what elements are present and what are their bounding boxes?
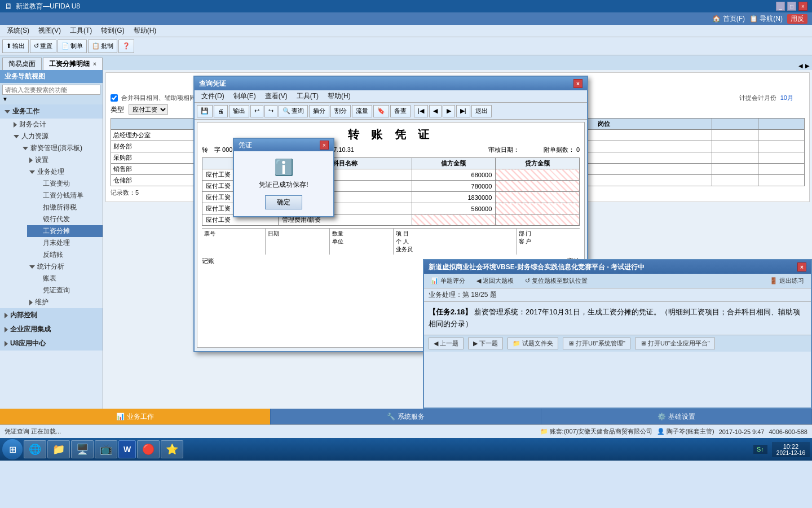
- query-menu-tools[interactable]: 工具(T): [292, 90, 323, 102]
- sidebar-item-reverse[interactable]: 反结账: [27, 249, 103, 261]
- guide-nav[interactable]: 📋 导航(N): [749, 14, 783, 24]
- help-button[interactable]: ❓: [118, 40, 134, 53]
- home-nav[interactable]: 🏠 首页(F): [712, 14, 745, 24]
- query-toolbar-save[interactable]: 💾: [197, 105, 213, 117]
- sidebar-group-hr[interactable]: 人力资源: [5, 130, 103, 142]
- sidebar-group-maintain[interactable]: 维护: [20, 296, 103, 308]
- sidebar-section-enterprise[interactable]: 企业应用集成: [0, 322, 103, 336]
- menu-system[interactable]: 系统(S): [2, 25, 34, 37]
- menu-tools[interactable]: 工具(T): [65, 25, 96, 37]
- sidebar-section-internal[interactable]: 内部控制: [0, 308, 103, 322]
- tab-scroll-right[interactable]: ▶: [805, 63, 810, 69]
- sidebar-search-input[interactable]: [2, 85, 100, 95]
- query-close-icon[interactable]: ×: [573, 79, 582, 88]
- alert-confirm-button[interactable]: 确定: [265, 195, 302, 209]
- export-button[interactable]: ⬆输出: [2, 40, 29, 53]
- tab-simple-desktop[interactable]: 简易桌面: [2, 58, 42, 70]
- taskbar-clock: 10:22 2021-12-16: [772, 442, 810, 457]
- query-toolbar-print[interactable]: 🖨: [214, 105, 228, 117]
- task-open-mgmt-button[interactable]: 🖥打开U8"系统管理": [563, 338, 630, 349]
- menu-bar: 系统(S) 视图(V) 工具(T) 转到(G) 帮助(H): [0, 25, 812, 37]
- close-button[interactable]: ×: [798, 2, 807, 11]
- query-toolbar-check[interactable]: 🔖: [373, 105, 389, 117]
- sidebar-item-wage-alloc[interactable]: 工资分摊: [27, 225, 103, 237]
- sidebar-group-settings[interactable]: 设置: [20, 154, 103, 166]
- taskbar-app-monitor[interactable]: 🖥️: [71, 440, 94, 458]
- expand-icon: [23, 147, 28, 150]
- task-close-icon[interactable]: ×: [797, 262, 806, 271]
- tab-scroll-left[interactable]: ◀: [798, 63, 803, 69]
- alert-close-icon[interactable]: ×: [320, 141, 329, 150]
- nav-basic[interactable]: ⚙️ 基础设置: [541, 409, 812, 424]
- menu-help[interactable]: 帮助(H): [129, 25, 161, 37]
- query-toolbar-undo[interactable]: ↩: [250, 105, 263, 117]
- query-toolbar: 💾 🖨 输出 ↩ ↪ 🔍查询 插分 割分 流量 �: [195, 103, 587, 120]
- first-voucher-button[interactable]: |◀: [414, 105, 428, 117]
- nav-system[interactable]: 🔧 系统服务: [271, 409, 541, 424]
- task-prev-button[interactable]: ◀上一题: [429, 338, 464, 349]
- next-voucher-button[interactable]: ▶: [443, 105, 455, 117]
- expand-icon: [14, 122, 17, 128]
- taskbar-app-media[interactable]: 📺: [95, 440, 117, 458]
- make-voucher-button[interactable]: 📄制单: [58, 40, 87, 53]
- task-open-platform-button[interactable]: 🖥打开U8"企业应用平台": [635, 338, 715, 349]
- sidebar-search-area: ▼: [0, 83, 103, 104]
- sidebar-item-voucher-query[interactable]: 凭证查询: [27, 284, 103, 296]
- query-menu-view[interactable]: 查看(V): [261, 90, 292, 102]
- menu-goto[interactable]: 转到(G): [96, 25, 129, 37]
- prev-voucher-button[interactable]: ◀: [429, 105, 442, 117]
- sidebar-item-tax[interactable]: 扣缴所得税: [27, 202, 103, 213]
- voucher-footer-num: 票号: [202, 229, 266, 255]
- task-reset-button[interactable]: ↺复位题板至默认位置: [520, 275, 592, 286]
- query-toolbar-exit[interactable]: 退出: [471, 105, 492, 117]
- type-select[interactable]: 应付工资: [129, 104, 168, 115]
- minimize-button[interactable]: _: [776, 2, 785, 11]
- sidebar-item-wage-list[interactable]: 工资分钱清单: [27, 190, 103, 202]
- maximize-button[interactable]: □: [787, 2, 796, 11]
- sidebar-group-analysis[interactable]: 统计分析: [20, 261, 103, 273]
- menu-view[interactable]: 视图(V): [34, 25, 65, 37]
- start-button[interactable]: ⊞: [2, 439, 23, 459]
- task-exit-button[interactable]: 🚪退出练习: [765, 275, 809, 286]
- task-folder-button[interactable]: 📁试题文件夹: [508, 338, 558, 349]
- sidebar-section-business[interactable]: 业务工作: [0, 104, 103, 119]
- taskbar-app-word[interactable]: W: [118, 440, 136, 458]
- query-toolbar-insert[interactable]: 插分: [309, 105, 329, 117]
- tab-wage-detail[interactable]: 工资分摊明细 ×: [43, 58, 103, 70]
- taskbar-app-red[interactable]: 🔴: [137, 440, 160, 458]
- taskbar-app-explorer[interactable]: 📁: [47, 440, 70, 458]
- sidebar-title: 业务导航视图: [0, 70, 103, 83]
- reset-button[interactable]: ↺重置: [30, 40, 56, 53]
- user-nav[interactable]: 用反: [787, 14, 807, 24]
- sidebar-group-finance[interactable]: 财务会计: [5, 119, 103, 130]
- last-voucher-button[interactable]: ▶|: [456, 105, 470, 117]
- query-menu-help[interactable]: 帮助(H): [323, 90, 355, 102]
- sidebar-item-salary-change[interactable]: 工资变动: [27, 178, 103, 190]
- query-toolbar-redo[interactable]: ↪: [264, 105, 277, 117]
- query-toolbar-output[interactable]: 输出: [229, 105, 249, 117]
- sidebar-group-bizprocess[interactable]: 业务处理: [20, 166, 103, 178]
- taskbar-app-yellow[interactable]: ⭐: [161, 440, 183, 458]
- merge-checkbox[interactable]: [111, 94, 118, 102]
- query-menu-make[interactable]: 制单(E): [229, 90, 261, 102]
- query-menu-file[interactable]: 文件(D): [197, 90, 229, 102]
- query-toolbar-query[interactable]: 🔍查询: [279, 105, 308, 117]
- batch-make-button[interactable]: 📋批制: [88, 40, 117, 53]
- query-toolbar-backup[interactable]: 备查: [390, 105, 411, 117]
- taskbar-app-ie[interactable]: 🌐: [24, 440, 46, 458]
- query-toolbar-cashflow[interactable]: 流量: [352, 105, 372, 117]
- accounting-month-info: 计提会计月份 10月: [739, 94, 793, 102]
- sidebar-item-ledger[interactable]: 账表: [27, 273, 103, 284]
- sidebar-group-wage[interactable]: 薪资管理(演示板): [14, 142, 103, 154]
- search-dropdown-icon[interactable]: ▼: [2, 96, 8, 102]
- sidebar-section-u8[interactable]: U8应用中心: [0, 336, 103, 351]
- nav-business[interactable]: 📊 业务工作: [0, 409, 271, 424]
- query-toolbar-split[interactable]: 割分: [330, 105, 351, 117]
- tab-close-icon[interactable]: ×: [93, 61, 96, 67]
- sidebar-item-bank[interactable]: 银行代发: [27, 213, 103, 225]
- title-bar-left: 🖥 新道教育—UFIDA U8: [5, 2, 80, 11]
- task-next-button[interactable]: ▶下一题: [468, 338, 503, 349]
- task-score-button[interactable]: 📊单题评分: [426, 275, 470, 286]
- task-back-button[interactable]: ◀返回大题板: [472, 275, 518, 286]
- sidebar-item-month-end[interactable]: 月末处理: [27, 237, 103, 249]
